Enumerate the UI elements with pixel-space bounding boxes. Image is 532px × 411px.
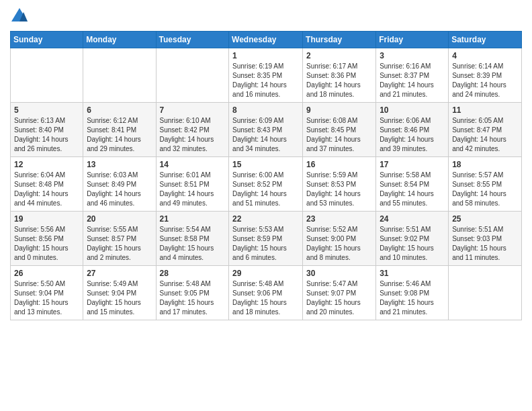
day-info: Sunrise: 5:46 AM Sunset: 9:08 PM Dayligh…: [380, 279, 445, 317]
day-number: 16: [306, 160, 372, 169]
day-info: Sunrise: 5:59 AM Sunset: 8:53 PM Dayligh…: [306, 171, 372, 208]
day-info: Sunrise: 6:06 AM Sunset: 8:46 PM Dayligh…: [380, 116, 445, 154]
day-number: 29: [232, 269, 299, 278]
logo-icon: [10, 7, 29, 26]
calendar-cell: 31Sunrise: 5:46 AM Sunset: 9:08 PM Dayli…: [376, 266, 449, 320]
day-info: Sunrise: 6:13 AM Sunset: 8:40 PM Dayligh…: [14, 116, 79, 154]
day-number: 20: [87, 214, 152, 224]
calendar-cell: 26Sunrise: 5:50 AM Sunset: 9:04 PM Dayli…: [11, 266, 83, 320]
day-info: Sunrise: 5:55 AM Sunset: 8:57 PM Dayligh…: [87, 225, 152, 263]
day-info: Sunrise: 6:14 AM Sunset: 8:39 PM Dayligh…: [452, 62, 518, 99]
calendar-week-5: 26Sunrise: 5:50 AM Sunset: 9:04 PM Dayli…: [11, 266, 522, 320]
calendar-cell: 11Sunrise: 6:05 AM Sunset: 8:47 PM Dayli…: [449, 103, 522, 157]
weekday-header-thursday: Thursday: [303, 32, 376, 48]
day-number: 24: [380, 214, 445, 224]
day-number: 27: [87, 269, 152, 278]
calendar-cell: [83, 48, 156, 103]
day-number: 12: [14, 160, 79, 169]
day-number: 4: [452, 51, 518, 60]
day-info: Sunrise: 5:58 AM Sunset: 8:54 PM Dayligh…: [380, 171, 445, 208]
day-info: Sunrise: 5:49 AM Sunset: 9:04 PM Dayligh…: [87, 279, 152, 317]
day-number: 30: [306, 269, 372, 278]
calendar-cell: 9Sunrise: 6:08 AM Sunset: 8:45 PM Daylig…: [303, 103, 376, 157]
calendar-week-3: 12Sunrise: 6:04 AM Sunset: 8:48 PM Dayli…: [11, 157, 522, 212]
calendar-cell: [11, 48, 83, 103]
calendar-cell: 15Sunrise: 6:00 AM Sunset: 8:52 PM Dayli…: [229, 157, 303, 212]
day-number: 31: [380, 269, 445, 278]
calendar-cell: 22Sunrise: 5:53 AM Sunset: 8:59 PM Dayli…: [229, 212, 303, 266]
day-info: Sunrise: 5:56 AM Sunset: 8:56 PM Dayligh…: [14, 225, 79, 263]
calendar-cell: 12Sunrise: 6:04 AM Sunset: 8:48 PM Dayli…: [11, 157, 83, 212]
day-number: 14: [160, 160, 226, 169]
weekday-header-friday: Friday: [376, 32, 449, 48]
day-number: 22: [232, 214, 299, 224]
day-info: Sunrise: 6:01 AM Sunset: 8:51 PM Dayligh…: [160, 171, 226, 208]
day-number: 13: [87, 160, 152, 169]
calendar-cell: 27Sunrise: 5:49 AM Sunset: 9:04 PM Dayli…: [83, 266, 156, 320]
calendar-cell: 25Sunrise: 5:51 AM Sunset: 9:03 PM Dayli…: [449, 212, 522, 266]
day-number: 3: [380, 51, 445, 60]
day-number: 9: [306, 105, 372, 115]
calendar-cell: 28Sunrise: 5:48 AM Sunset: 9:05 PM Dayli…: [156, 266, 229, 320]
calendar-cell: 19Sunrise: 5:56 AM Sunset: 8:56 PM Dayli…: [11, 212, 83, 266]
day-info: Sunrise: 5:48 AM Sunset: 9:05 PM Dayligh…: [160, 279, 226, 317]
day-info: Sunrise: 6:17 AM Sunset: 8:36 PM Dayligh…: [306, 62, 372, 99]
calendar-cell: 20Sunrise: 5:55 AM Sunset: 8:57 PM Dayli…: [83, 212, 156, 266]
weekday-header-sunday: Sunday: [11, 32, 83, 48]
day-info: Sunrise: 5:53 AM Sunset: 8:59 PM Dayligh…: [232, 225, 299, 263]
day-info: Sunrise: 5:47 AM Sunset: 9:07 PM Dayligh…: [306, 279, 372, 317]
calendar-cell: 23Sunrise: 5:52 AM Sunset: 9:00 PM Dayli…: [303, 212, 376, 266]
calendar-cell: 24Sunrise: 5:51 AM Sunset: 9:02 PM Dayli…: [376, 212, 449, 266]
day-number: 10: [380, 105, 445, 115]
weekday-header-row: SundayMondayTuesdayWednesdayThursdayFrid…: [11, 32, 522, 48]
calendar-cell: 17Sunrise: 5:58 AM Sunset: 8:54 PM Dayli…: [376, 157, 449, 212]
day-info: Sunrise: 6:09 AM Sunset: 8:43 PM Dayligh…: [232, 116, 299, 154]
day-info: Sunrise: 5:51 AM Sunset: 9:02 PM Dayligh…: [380, 225, 445, 263]
day-number: 1: [232, 51, 299, 60]
calendar-cell: 2Sunrise: 6:17 AM Sunset: 8:36 PM Daylig…: [303, 48, 376, 103]
day-number: 19: [14, 214, 79, 224]
day-number: 21: [160, 214, 226, 224]
weekday-header-tuesday: Tuesday: [156, 32, 229, 48]
day-info: Sunrise: 6:10 AM Sunset: 8:42 PM Dayligh…: [160, 116, 226, 154]
weekday-header-wednesday: Wednesday: [229, 32, 303, 48]
day-info: Sunrise: 5:57 AM Sunset: 8:55 PM Dayligh…: [452, 171, 518, 208]
calendar-cell: 10Sunrise: 6:06 AM Sunset: 8:46 PM Dayli…: [376, 103, 449, 157]
calendar-cell: 7Sunrise: 6:10 AM Sunset: 8:42 PM Daylig…: [156, 103, 229, 157]
day-info: Sunrise: 6:16 AM Sunset: 8:37 PM Dayligh…: [380, 62, 445, 99]
day-number: 7: [160, 105, 226, 115]
calendar: SundayMondayTuesdayWednesdayThursdayFrid…: [10, 31, 522, 320]
day-info: Sunrise: 5:54 AM Sunset: 8:58 PM Dayligh…: [160, 225, 226, 263]
weekday-header-monday: Monday: [83, 32, 156, 48]
calendar-cell: 18Sunrise: 5:57 AM Sunset: 8:55 PM Dayli…: [449, 157, 522, 212]
day-number: 15: [232, 160, 299, 169]
calendar-cell: 4Sunrise: 6:14 AM Sunset: 8:39 PM Daylig…: [449, 48, 522, 103]
day-info: Sunrise: 6:04 AM Sunset: 8:48 PM Dayligh…: [14, 171, 79, 208]
day-number: 5: [14, 105, 79, 115]
calendar-cell: 6Sunrise: 6:12 AM Sunset: 8:41 PM Daylig…: [83, 103, 156, 157]
day-number: 2: [306, 51, 372, 60]
day-number: 23: [306, 214, 372, 224]
calendar-cell: 29Sunrise: 5:48 AM Sunset: 9:06 PM Dayli…: [229, 266, 303, 320]
calendar-cell: 30Sunrise: 5:47 AM Sunset: 9:07 PM Dayli…: [303, 266, 376, 320]
calendar-cell: 13Sunrise: 6:03 AM Sunset: 8:49 PM Dayli…: [83, 157, 156, 212]
day-info: Sunrise: 6:12 AM Sunset: 8:41 PM Dayligh…: [87, 116, 152, 154]
calendar-week-2: 5Sunrise: 6:13 AM Sunset: 8:40 PM Daylig…: [11, 103, 522, 157]
calendar-cell: [156, 48, 229, 103]
page: SundayMondayTuesdayWednesdayThursdayFrid…: [0, 0, 532, 327]
day-number: 8: [232, 105, 299, 115]
day-info: Sunrise: 5:50 AM Sunset: 9:04 PM Dayligh…: [14, 279, 79, 317]
day-number: 26: [14, 269, 79, 278]
calendar-cell: 14Sunrise: 6:01 AM Sunset: 8:51 PM Dayli…: [156, 157, 229, 212]
day-info: Sunrise: 6:00 AM Sunset: 8:52 PM Dayligh…: [232, 171, 299, 208]
weekday-header-saturday: Saturday: [449, 32, 522, 48]
calendar-cell: 1Sunrise: 6:19 AM Sunset: 8:35 PM Daylig…: [229, 48, 303, 103]
day-number: 17: [380, 160, 445, 169]
calendar-cell: 5Sunrise: 6:13 AM Sunset: 8:40 PM Daylig…: [11, 103, 83, 157]
day-info: Sunrise: 6:03 AM Sunset: 8:49 PM Dayligh…: [87, 171, 152, 208]
day-number: 11: [452, 105, 518, 115]
header: [10, 7, 522, 26]
calendar-cell: [449, 266, 522, 320]
calendar-cell: 21Sunrise: 5:54 AM Sunset: 8:58 PM Dayli…: [156, 212, 229, 266]
calendar-cell: 16Sunrise: 5:59 AM Sunset: 8:53 PM Dayli…: [303, 157, 376, 212]
